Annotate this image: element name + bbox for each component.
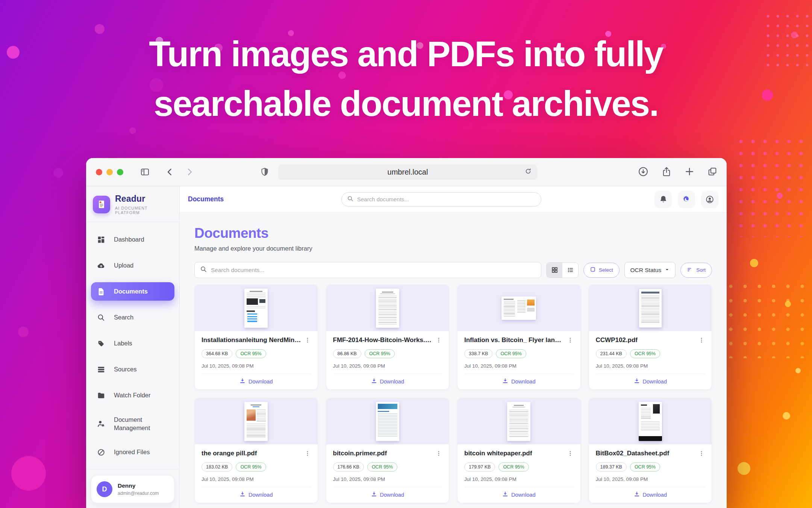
file-size-badge: 189.37 KB xyxy=(596,462,627,471)
sidebar-item-label: Labels xyxy=(114,340,132,347)
download-link[interactable]: Download xyxy=(464,374,574,385)
sort-button[interactable]: Sort xyxy=(680,263,712,278)
url-bar[interactable]: umbrel.local xyxy=(278,164,537,180)
download-link[interactable]: Download xyxy=(596,374,705,385)
download-link[interactable]: Download xyxy=(201,487,311,498)
sidebar-item-ignored-files[interactable]: Ignored Files xyxy=(91,443,174,461)
document-name: Inflation vs. Bitcoin_ Flyer lang_RGB.pd… xyxy=(464,336,564,344)
user-email: admin@readur.com xyxy=(118,491,159,496)
profile-button[interactable] xyxy=(701,191,718,208)
sidebar-item-sources[interactable]: Sources xyxy=(91,360,174,379)
user-card[interactable]: D Denny admin@readur.com xyxy=(91,475,174,503)
page-title: Documents xyxy=(194,225,712,241)
sidebar-item-labels[interactable]: Labels xyxy=(91,334,174,353)
grid-view-button[interactable] xyxy=(547,263,562,278)
doc-thumb-page xyxy=(639,402,662,441)
more-options-icon[interactable] xyxy=(304,337,311,345)
topbar-search-input[interactable] xyxy=(357,196,536,202)
file-size-badge: 179.97 KB xyxy=(464,462,495,471)
more-options-icon[interactable] xyxy=(698,450,705,458)
document-thumbnail xyxy=(195,398,318,444)
documents-toolbar: Select OCR Status Sort xyxy=(194,262,712,278)
tabs-overview-icon[interactable] xyxy=(707,166,718,178)
share-icon[interactable] xyxy=(661,166,672,178)
documents-search-input[interactable] xyxy=(211,267,536,274)
download-icon xyxy=(502,378,508,385)
breadcrumb[interactable]: Documents xyxy=(188,195,224,203)
more-options-icon[interactable] xyxy=(435,450,442,458)
browser-window: umbrel.local xyxy=(86,158,727,508)
sidebar-item-documents[interactable]: Documents xyxy=(91,282,174,301)
download-link[interactable]: Download xyxy=(333,487,442,498)
notifications-button[interactable] xyxy=(654,191,672,208)
close-button[interactable] xyxy=(96,169,102,175)
file-size-badge: 183.02 KB xyxy=(201,462,232,471)
ocr-status-badge: OCR 95% xyxy=(498,462,529,471)
document-card[interactable]: bitcoin.primer.pdf 176.66 KB OCR 95% Jul… xyxy=(326,398,450,503)
sidebar-item-label: Search xyxy=(114,314,133,321)
document-card[interactable]: BitBox02_Datasheet.pdf 189.37 KB OCR 95%… xyxy=(589,398,712,503)
document-name: BitBox02_Datasheet.pdf xyxy=(596,450,695,457)
minimize-button[interactable] xyxy=(106,169,113,175)
documents-search[interactable] xyxy=(194,262,541,278)
document-date: Jul 10, 2025, 09:08 PM xyxy=(464,363,574,369)
ocr-status-badge: OCR 95% xyxy=(496,349,526,358)
more-options-icon[interactable] xyxy=(435,337,442,345)
chevron-down-icon xyxy=(665,267,670,274)
topbar-search[interactable] xyxy=(341,192,541,207)
window-controls xyxy=(96,169,123,175)
sidebar-toggle-icon[interactable] xyxy=(140,167,150,177)
select-button[interactable]: Select xyxy=(583,263,620,278)
ocr-status-dropdown[interactable]: OCR Status xyxy=(624,262,676,278)
ban-icon xyxy=(97,448,105,456)
refresh-icon[interactable] xyxy=(524,167,532,177)
document-thumbnail xyxy=(458,398,580,444)
page-subtitle: Manage and explore your document library xyxy=(194,245,712,252)
more-options-icon[interactable] xyxy=(698,337,705,345)
document-card[interactable]: FMF-2014-How-Bitcoin-Works.pdf 86.86 KB … xyxy=(326,284,450,390)
sidebar-item-upload[interactable]: Upload xyxy=(91,256,174,275)
sidebar-item-watch-folder[interactable]: Watch Folder xyxy=(91,386,174,405)
sidebar-item-dashboard[interactable]: Dashboard xyxy=(91,230,174,249)
forward-icon[interactable] xyxy=(185,167,194,177)
sidebar-item-label: Watch Folder xyxy=(114,392,151,399)
new-tab-icon[interactable] xyxy=(684,166,695,178)
document-card[interactable]: CCWP102.pdf 231.44 KB OCR 95% Jul 10, 20… xyxy=(589,284,712,390)
hero-line-1: Turn images and PDFs into fully xyxy=(0,29,812,79)
document-date: Jul 10, 2025, 09:08 PM xyxy=(596,476,705,482)
document-date: Jul 10, 2025, 09:08 PM xyxy=(201,476,311,482)
document-thumbnail xyxy=(195,285,318,331)
readur-logo-icon xyxy=(93,196,110,213)
sidebar-item-document-management[interactable]: Document Management xyxy=(91,412,174,435)
chrome-actions xyxy=(638,158,718,186)
shield-icon[interactable] xyxy=(260,167,270,177)
download-icon xyxy=(371,378,377,385)
list-view-button[interactable] xyxy=(562,263,578,278)
document-thumbnail xyxy=(326,398,449,444)
more-options-icon[interactable] xyxy=(567,450,574,458)
sort-icon xyxy=(687,266,693,274)
sidebar-item-label: Dashboard xyxy=(114,236,144,243)
download-link[interactable]: Download xyxy=(596,487,705,498)
theme-toggle-button[interactable] xyxy=(678,191,695,208)
document-name: CCWP102.pdf xyxy=(596,336,695,344)
document-card[interactable]: the orange pill.pdf 183.02 KB OCR 95% Ju… xyxy=(194,398,318,503)
documents-icon xyxy=(97,287,105,296)
upload-icon xyxy=(97,262,105,270)
document-card[interactable]: bitcoin whitepaper.pdf 179.97 KB OCR 95%… xyxy=(457,398,581,503)
avatar: D xyxy=(97,481,112,497)
more-options-icon[interactable] xyxy=(567,337,574,345)
more-options-icon[interactable] xyxy=(304,450,311,458)
search-icon xyxy=(97,313,105,322)
doc-thumb-page xyxy=(244,402,268,441)
zoom-button[interactable] xyxy=(117,169,123,175)
document-card[interactable]: Installationsanleitung NerdMiner.pdf 364… xyxy=(194,284,318,390)
sidebar-item-search[interactable]: Search xyxy=(91,308,174,327)
document-card[interactable]: Inflation vs. Bitcoin_ Flyer lang_RGB.pd… xyxy=(457,284,581,390)
download-link[interactable]: Download xyxy=(464,487,574,498)
downloads-icon[interactable] xyxy=(638,166,649,179)
back-icon[interactable] xyxy=(165,167,175,177)
download-link[interactable]: Download xyxy=(333,374,442,385)
download-link[interactable]: Download xyxy=(201,374,311,385)
documents-grid: Installationsanleitung NerdMiner.pdf 364… xyxy=(194,284,712,503)
